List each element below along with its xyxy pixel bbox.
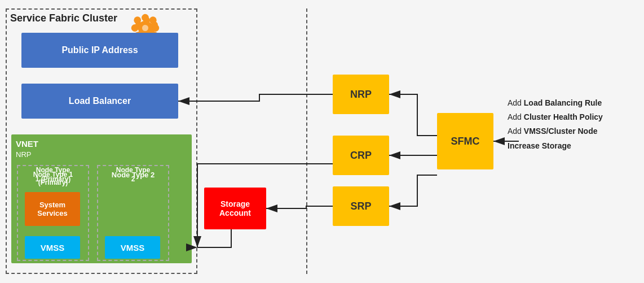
vmss-2-box: VMSS	[105, 236, 160, 259]
public-ip-box: Public IP Address	[21, 33, 178, 68]
node-type-1-text: Node Type1 (Primary)	[18, 166, 88, 184]
right-text-line2: Add Cluster Health Policy	[508, 110, 603, 124]
right-text-line4: Increase Storage	[508, 139, 603, 153]
load-balancer-label: Load Balancer	[69, 96, 131, 106]
svg-point-11	[142, 14, 149, 21]
system-services-box: System Services	[25, 192, 80, 226]
diagram-container: { "title": "Service Fabric Cluster Diagr…	[0, 0, 644, 283]
svg-point-15	[134, 16, 141, 24]
vertical-divider	[306, 8, 307, 274]
crp-box: CRP	[333, 136, 389, 175]
sfc-title: Service Fabric Cluster	[10, 12, 117, 24]
svg-point-13	[131, 24, 139, 32]
sfmc-box: SFMC	[437, 113, 493, 169]
right-text-line1: Add Load Balancing Rule	[508, 96, 603, 110]
vnet-nrp-label: NRP	[16, 150, 31, 159]
storage-account-label: Storage Account	[204, 199, 266, 217]
storage-account-box: Storage Account	[204, 188, 266, 229]
right-text-block: Add Load Balancing Rule Add Cluster Heal…	[508, 96, 603, 153]
srp-box: SRP	[333, 186, 389, 226]
nrp-box: NRP	[333, 75, 389, 114]
vmss-1-box: VMSS	[25, 236, 80, 259]
node-type-2-text: Node Type2	[98, 166, 168, 184]
public-ip-label: Public IP Address	[61, 45, 138, 55]
svg-point-14	[152, 24, 159, 32]
vnet-label: VNET	[16, 139, 38, 149]
sfmc-label: SFMC	[451, 136, 480, 147]
svg-point-20	[142, 25, 148, 31]
system-services-label: System Services	[25, 201, 80, 217]
nrp-label: NRP	[350, 89, 372, 101]
srp-label: SRP	[350, 201, 371, 212]
vmss-2-label: VMSS	[121, 243, 145, 252]
right-text-line3: Add VMSS/Cluster Node	[508, 124, 603, 138]
vmss-1-label: VMSS	[41, 243, 65, 252]
crp-label: CRP	[350, 150, 372, 162]
svg-point-16	[149, 16, 157, 24]
load-balancer-box: Load Balancer	[21, 84, 178, 119]
